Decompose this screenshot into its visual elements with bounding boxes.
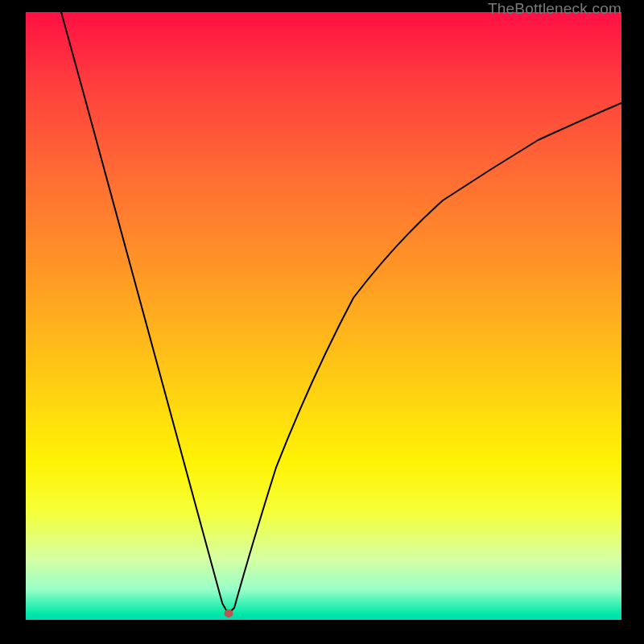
chart-frame: TheBottleneck.com <box>0 0 644 644</box>
curve-right-segment <box>229 103 621 614</box>
minimum-marker <box>224 609 233 617</box>
plot-area <box>26 12 621 620</box>
watermark-label: TheBottleneck.com <box>488 0 621 18</box>
bottleneck-curve <box>26 12 621 620</box>
curve-left-segment <box>61 12 229 614</box>
